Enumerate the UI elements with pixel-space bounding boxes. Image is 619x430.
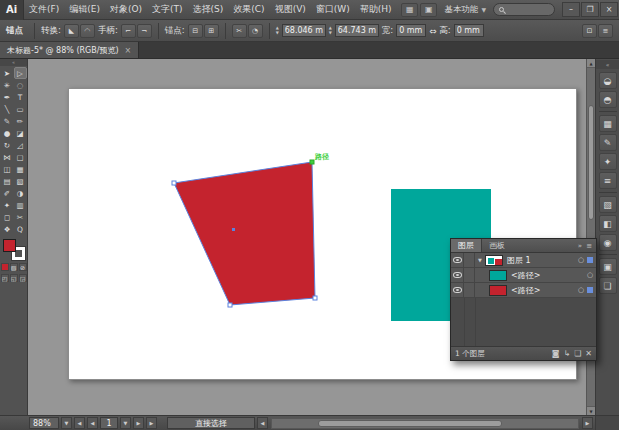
gradient-tool[interactable]: ▧ — [14, 175, 27, 187]
scale-tool[interactable]: ◿ — [14, 139, 27, 151]
isolate-selection-button[interactable]: ◔ — [248, 24, 263, 38]
scroll-right-button[interactable]: ▶ — [582, 417, 593, 429]
color-panel-icon[interactable]: ◒ — [599, 72, 617, 89]
vertical-scrollbar[interactable]: ▲ ▼ — [586, 59, 595, 415]
width-field[interactable] — [396, 24, 426, 37]
toolbar-collapse-button[interactable]: « — [0, 59, 27, 66]
target-circle[interactable]: ○ — [587, 271, 593, 279]
control-bar-menu-icon[interactable]: ≡ — [598, 24, 613, 38]
target-circle[interactable]: ○ — [578, 256, 584, 264]
vertical-scrollbar-thumb[interactable] — [588, 105, 594, 220]
pencil-tool[interactable]: ✏ — [14, 115, 27, 127]
menu-item[interactable]: 视图(V) — [270, 3, 311, 16]
new-sublayer-icon[interactable]: ↳ — [563, 349, 570, 358]
red-shape[interactable] — [174, 162, 315, 305]
link-dimensions-icon[interactable]: ⇔ — [429, 26, 436, 36]
panel-menu-icon[interactable]: ≡ — [586, 242, 592, 250]
x-coordinate-field[interactable] — [282, 24, 326, 37]
remove-anchor-button[interactable]: ⊟ — [188, 24, 203, 38]
expand-panels-button[interactable]: « — [596, 60, 619, 69]
hand-tool[interactable]: ❖ — [1, 223, 14, 235]
show-handles-button[interactable]: ⌐ — [121, 24, 136, 38]
paintbrush-tool[interactable]: ✎ — [1, 115, 14, 127]
eraser-tool[interactable]: ◪ — [14, 127, 27, 139]
search-box[interactable] — [493, 3, 555, 16]
appearance-panel-icon[interactable]: ◉ — [599, 234, 617, 251]
zoom-level-field[interactable]: 88% — [29, 417, 59, 429]
lasso-tool[interactable]: ◌ — [14, 79, 27, 91]
eyedropper-tool[interactable]: ✐ — [1, 187, 14, 199]
symbols-panel-icon[interactable]: ✦ — [599, 153, 617, 170]
fill-color-swatch[interactable] — [3, 239, 16, 252]
selection-tool[interactable]: ➤ — [1, 67, 14, 79]
restore-button[interactable]: ❐ — [581, 2, 599, 17]
artboard-tool[interactable]: ◻ — [1, 211, 14, 223]
new-layer-icon[interactable]: ❏ — [574, 349, 581, 358]
add-anchor-button[interactable]: ⊞ — [204, 24, 219, 38]
menu-item[interactable]: 文字(T) — [147, 3, 188, 16]
layer-row[interactable]: ▼图层 1○ — [451, 253, 596, 268]
menu-item[interactable]: 窗口(W) — [311, 3, 355, 16]
hide-handles-button[interactable]: ¬ — [137, 24, 152, 38]
direct-selection-tool[interactable]: ▷ — [14, 67, 27, 79]
scroll-left-button[interactable]: ◀ — [257, 417, 268, 429]
layers-panel-tab-图层[interactable]: 图层 — [451, 239, 482, 252]
layers-panel-icon[interactable]: ❏ — [599, 277, 617, 294]
delete-layer-icon[interactable]: ✕ — [585, 349, 592, 358]
canvas[interactable]: 路径 — [28, 59, 586, 415]
scroll-up-button[interactable]: ▲ — [587, 59, 595, 68]
document-tab[interactable]: 未标题-5* @ 88% (RGB/预览) × — [0, 42, 139, 58]
graphic-styles-panel-icon[interactable]: ▣ — [599, 258, 617, 275]
horizontal-scrollbar[interactable] — [271, 418, 579, 429]
convert-to-smooth-button[interactable]: ◠ — [80, 24, 95, 38]
horizontal-scrollbar-thumb[interactable] — [318, 420, 502, 427]
brushes-panel-icon[interactable]: ✎ — [599, 134, 617, 151]
close-button[interactable]: × — [600, 2, 618, 17]
artboard-dropdown-button[interactable]: ▼ — [120, 417, 131, 429]
pen-tool[interactable]: ✒ — [1, 91, 14, 103]
height-field[interactable] — [454, 24, 484, 37]
transform-panel-icon[interactable]: ⊡ — [582, 24, 597, 38]
anchor-top-right[interactable] — [310, 160, 314, 164]
rotate-tool[interactable]: ↻ — [1, 139, 14, 151]
free-transform-tool[interactable]: ▢ — [14, 151, 27, 163]
anchor-bottom-right[interactable] — [313, 296, 317, 300]
tab-close-icon[interactable]: × — [125, 46, 132, 55]
zoom-dropdown-button[interactable]: ▼ — [61, 417, 72, 429]
expand-toggle[interactable]: ▼ — [475, 257, 485, 263]
mesh-tool[interactable]: ▤ — [1, 175, 14, 187]
perspective-grid-tool[interactable]: ▦ — [14, 163, 27, 175]
layer-row[interactable]: <路径>○ — [451, 268, 596, 283]
shape-builder-tool[interactable]: ◫ — [1, 163, 14, 175]
zoom-tool[interactable]: Q — [14, 223, 27, 235]
type-tool[interactable]: T — [14, 91, 27, 103]
none-fill-button[interactable]: ⊘ — [19, 263, 27, 271]
y-spinner[interactable]: ▲▼ — [329, 26, 332, 35]
arrange-documents-icon[interactable]: ▣ — [420, 3, 437, 17]
layers-panel-tab-画板[interactable]: 画板 — [482, 239, 512, 252]
anchor-bottom-left[interactable] — [228, 303, 232, 307]
draw-behind-button[interactable]: ◱ — [10, 274, 18, 282]
rectangle-tool[interactable]: ▭ — [14, 103, 27, 115]
column-graph-tool[interactable]: ▥ — [14, 199, 27, 211]
transparency-panel-icon[interactable]: ◧ — [599, 215, 617, 232]
scroll-down-button[interactable]: ▼ — [587, 406, 595, 415]
search-input[interactable] — [507, 5, 549, 14]
menu-item[interactable]: 编辑(E) — [64, 3, 105, 16]
color-guide-panel-icon[interactable]: ◓ — [599, 91, 617, 108]
swatches-panel-icon[interactable]: ▦ — [599, 115, 617, 132]
gradient-fill-button[interactable]: ▧ — [10, 263, 18, 271]
anchor-top-left[interactable] — [172, 181, 176, 185]
fill-color-button[interactable] — [1, 263, 9, 271]
last-artboard-button[interactable]: ▶ — [146, 417, 157, 429]
magic-wand-tool[interactable]: ✳ — [1, 79, 14, 91]
blob-brush-tool[interactable]: ● — [1, 127, 14, 139]
make-clip-mask-icon[interactable]: ◙ — [552, 349, 560, 358]
visibility-toggle[interactable] — [451, 268, 464, 282]
lock-toggle[interactable] — [464, 283, 475, 297]
artboard-number-field[interactable]: 1 — [100, 417, 118, 429]
menu-item[interactable]: 文件(F) — [24, 3, 64, 16]
workspace-switcher[interactable]: 基本功能 ▼ — [441, 4, 489, 16]
x-spinner[interactable]: ▲▼ — [276, 26, 279, 35]
lock-toggle[interactable] — [464, 268, 475, 282]
